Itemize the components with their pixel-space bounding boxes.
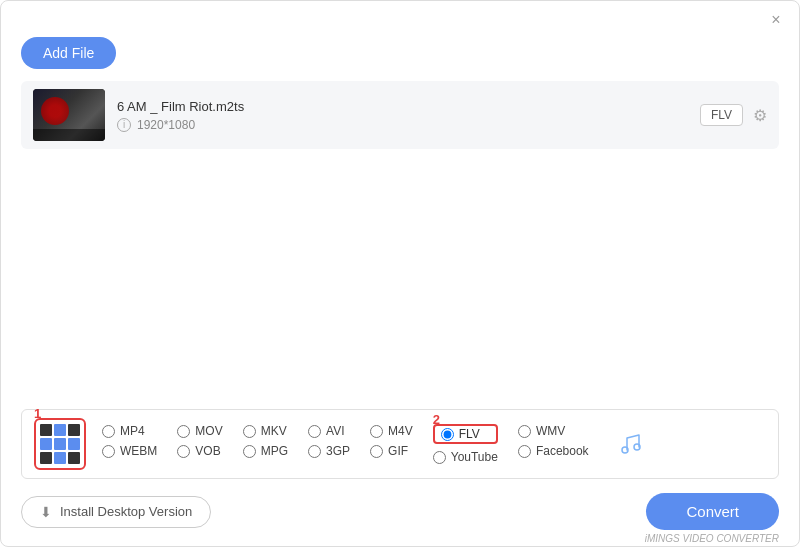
format-mov[interactable]: MOV (177, 424, 222, 438)
file-item: 6 AM _ Film Riot.m2ts i 1920*1080 FLV ⚙ (21, 81, 779, 149)
format-mkv[interactable]: MKV (243, 424, 288, 438)
step2-number: 2 (433, 412, 440, 427)
format-facebook[interactable]: Facebook (518, 444, 589, 458)
music-icon[interactable] (617, 424, 645, 464)
format-col-5: M4V GIF (370, 424, 413, 464)
download-icon: ⬇ (40, 504, 52, 520)
flv-section: 2 FLV YouTube (433, 424, 498, 464)
format-avi[interactable]: AVI (308, 424, 350, 438)
film-grid-icon (40, 424, 80, 464)
bottom-bar: ⬇ Install Desktop Version Convert (21, 493, 779, 530)
add-file-button[interactable]: Add File (21, 37, 116, 69)
format-webm[interactable]: WEBM (102, 444, 157, 458)
format-col-4: AVI 3GP (308, 424, 350, 464)
format-gif[interactable]: GIF (370, 444, 413, 458)
file-thumbnail (33, 89, 105, 141)
file-meta: i 1920*1080 (117, 118, 688, 132)
format-flv[interactable]: FLV (441, 427, 480, 441)
install-label: Install Desktop Version (60, 504, 192, 519)
convert-button[interactable]: Convert (646, 493, 779, 530)
format-3gp[interactable]: 3GP (308, 444, 350, 458)
title-bar: × (1, 1, 799, 29)
format-vob[interactable]: VOB (177, 444, 222, 458)
main-content: Add File 6 AM _ Film Riot.m2ts i 1920*10… (1, 29, 799, 546)
format-youtube[interactable]: YouTube (433, 450, 498, 464)
file-name: 6 AM _ Film Riot.m2ts (117, 99, 688, 114)
settings-icon[interactable]: ⚙ (753, 106, 767, 125)
install-desktop-button[interactable]: ⬇ Install Desktop Version (21, 496, 211, 528)
format-picker: 1 MP4 (21, 409, 779, 479)
main-window: × Add File 6 AM _ Film Riot.m2ts i 1920*… (0, 0, 800, 547)
format-wmv[interactable]: WMV (518, 424, 589, 438)
format-mpg[interactable]: MPG (243, 444, 288, 458)
format-icon-box[interactable]: 1 (34, 418, 86, 470)
flv-step-box: 2 FLV (433, 424, 498, 444)
format-mp4[interactable]: MP4 (102, 424, 157, 438)
file-actions: FLV ⚙ (700, 104, 767, 126)
file-info: 6 AM _ Film Riot.m2ts i 1920*1080 (117, 99, 688, 132)
watermark: iMINGS VIDEO CONVERTER (645, 533, 779, 544)
step1-number: 1 (34, 406, 41, 421)
format-col-3: MKV MPG (243, 424, 288, 464)
format-col-2: MOV VOB (177, 424, 222, 464)
flv-row2: YouTube (433, 450, 498, 464)
info-icon[interactable]: i (117, 118, 131, 132)
format-col-7: WMV Facebook (518, 424, 589, 464)
format-col-1: MP4 WEBM (102, 424, 157, 464)
format-m4v[interactable]: M4V (370, 424, 413, 438)
format-columns: MP4 WEBM MOV VOB (102, 424, 766, 464)
close-button[interactable]: × (767, 11, 785, 29)
current-format-badge[interactable]: FLV (700, 104, 743, 126)
file-resolution: 1920*1080 (137, 118, 195, 132)
